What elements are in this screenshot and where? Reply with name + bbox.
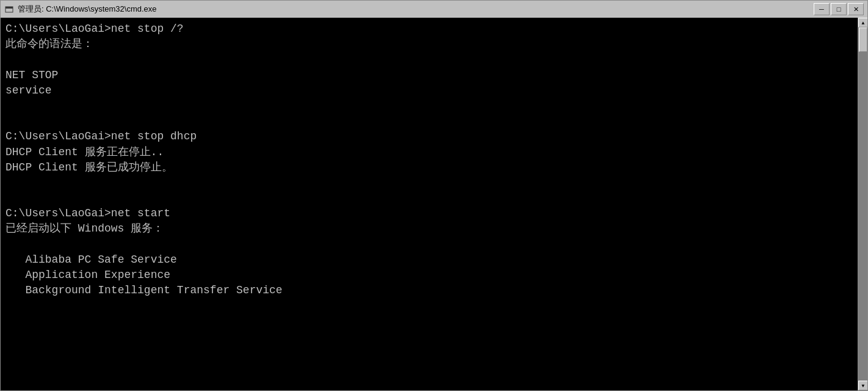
console-output[interactable]: C:\Users\LaoGai>net stop /? 此命令的语法是： NET… <box>1 18 858 390</box>
scroll-thumb[interactable] <box>859 27 867 52</box>
cmd-window: 管理员: C:\Windows\system32\cmd.exe ─ □ ✕ C… <box>0 0 868 391</box>
minimize-button[interactable]: ─ <box>814 3 830 15</box>
scrollbar[interactable]: ▲ ▼ <box>858 18 867 390</box>
restore-button[interactable]: □ <box>831 3 847 15</box>
title-bar: 管理员: C:\Windows\system32\cmd.exe ─ □ ✕ <box>1 1 867 18</box>
close-button[interactable]: ✕ <box>848 3 864 15</box>
window-title: 管理员: C:\Windows\system32\cmd.exe <box>18 4 814 15</box>
scroll-up-button[interactable]: ▲ <box>858 18 867 27</box>
window-controls: ─ □ ✕ <box>814 3 864 15</box>
window-icon <box>4 4 14 14</box>
scroll-track[interactable] <box>858 27 867 381</box>
svg-rect-1 <box>5 7 13 9</box>
content-wrapper: C:\Users\LaoGai>net stop /? 此命令的语法是： NET… <box>1 18 867 390</box>
scroll-down-button[interactable]: ▼ <box>858 381 867 390</box>
